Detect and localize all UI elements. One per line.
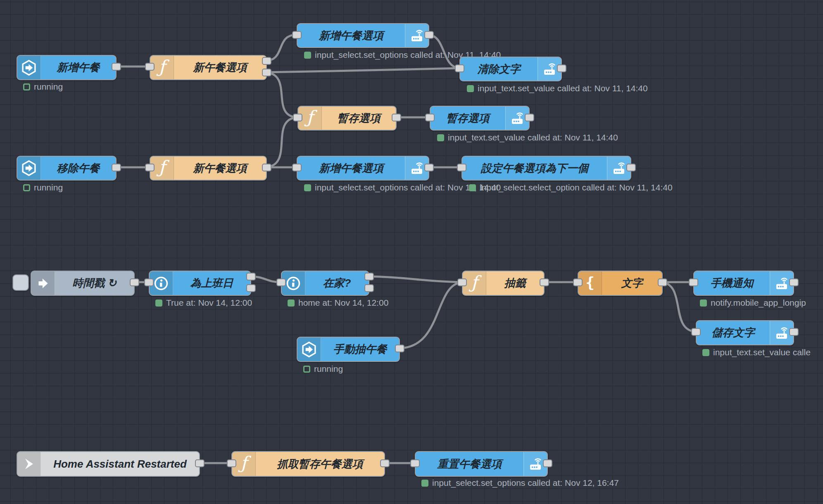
- port-input[interactable]: [691, 328, 701, 336]
- at-home-state[interactable]: 在家?: [281, 271, 369, 296]
- port-output-1[interactable]: [540, 278, 549, 286]
- port-output-2[interactable]: [262, 69, 271, 76]
- node-label: 儲存文字: [697, 321, 770, 345]
- node-label: 文字: [602, 271, 662, 295]
- hex-arrow-icon: [17, 56, 41, 79]
- port-input[interactable]: [276, 278, 286, 286]
- port-input[interactable]: [227, 459, 236, 467]
- port-output-1[interactable]: [364, 273, 374, 281]
- node-label: 新增午餐: [41, 56, 116, 79]
- port-input[interactable]: [293, 114, 302, 121]
- port-output-1[interactable]: [557, 64, 566, 72]
- node-label: 手機通知: [694, 271, 770, 295]
- new-lunch-options-function-1[interactable]: ƒ新午餐選項: [150, 55, 267, 80]
- port-input[interactable]: [144, 278, 154, 286]
- add-lunch-trigger[interactable]: 新增午餐: [17, 55, 117, 80]
- manual-draw-lunch-trigger[interactable]: 手動抽午餐: [297, 337, 400, 362]
- node-label: 為上班日: [173, 271, 250, 295]
- port-output-1[interactable]: [112, 63, 121, 71]
- node-label: 新增午餐選項: [297, 24, 405, 47]
- port-output-1[interactable]: [424, 31, 434, 39]
- node-label: 移除午餐: [41, 157, 116, 180]
- port-input[interactable]: [425, 114, 435, 121]
- hex-arrow-icon: [297, 338, 321, 361]
- node-label: 手動抽午餐: [321, 338, 399, 361]
- port-output-1[interactable]: [789, 328, 799, 336]
- port-output-2[interactable]: [364, 284, 374, 292]
- port-input[interactable]: [573, 278, 583, 286]
- port-output-1[interactable]: [262, 57, 271, 65]
- port-input[interactable]: [689, 278, 698, 286]
- port-output-1[interactable]: [392, 114, 401, 121]
- node-label: Home Assistant Restarted: [41, 452, 199, 476]
- node-label: 新增午餐選項: [297, 157, 405, 180]
- port-output-1[interactable]: [112, 164, 121, 171]
- is-workday-state[interactable]: 為上班日: [149, 271, 251, 296]
- fetch-temp-lunch-options-function[interactable]: ƒ抓取暫存午餐選項: [231, 451, 385, 477]
- node-label: 設定午餐選項為下一個: [462, 157, 607, 180]
- port-output-1[interactable]: [789, 278, 799, 286]
- node-label: 清除文字: [460, 57, 538, 81]
- port-output-1[interactable]: [380, 459, 390, 467]
- port-input[interactable]: [457, 278, 467, 286]
- port-output-1[interactable]: [262, 164, 271, 171]
- port-input[interactable]: [292, 31, 302, 39]
- reset-lunch-options-service[interactable]: 重置午餐選項: [415, 451, 548, 477]
- save-text-service[interactable]: 儲存文字: [696, 320, 794, 345]
- node-label: 抓取暫存午餐選項: [256, 452, 384, 476]
- port-output-1[interactable]: [543, 459, 552, 467]
- clear-text-service[interactable]: 清除文字: [459, 57, 562, 81]
- port-output-1[interactable]: [626, 164, 636, 171]
- timestamp-inject[interactable]: 時間戳 ↻: [31, 271, 135, 296]
- port-output-1[interactable]: [130, 278, 139, 286]
- node-layer: 新增午餐ƒ新午餐選項新增午餐選項清除文字ƒ暫存選項暫存選項移除午餐ƒ新午餐選項新…: [0, 0, 823, 504]
- inject-button[interactable]: [12, 274, 29, 291]
- port-output-1[interactable]: [658, 278, 667, 286]
- new-lunch-options-function-2[interactable]: ƒ新午餐選項: [150, 156, 267, 181]
- port-output-1[interactable]: [395, 345, 404, 352]
- ha-event-icon: [17, 452, 41, 476]
- node-label: 暫存選項: [322, 107, 396, 130]
- port-input[interactable]: [145, 63, 155, 71]
- node-label: 在家?: [305, 271, 369, 295]
- set-next-lunch-option-service[interactable]: 設定午餐選項為下一個: [461, 156, 631, 181]
- add-lunch-options-service-mid[interactable]: 新增午餐選項: [297, 156, 429, 181]
- port-input[interactable]: [292, 164, 302, 171]
- ha-restarted-event[interactable]: Home Assistant Restarted: [17, 451, 200, 477]
- port-input[interactable]: [455, 64, 464, 72]
- port-output-1[interactable]: [195, 459, 205, 467]
- node-label: 時間戳 ↻: [55, 271, 134, 295]
- flow-canvas[interactable]: runninginput_select.set_options called a…: [0, 0, 823, 504]
- text-template[interactable]: {文字: [578, 271, 663, 296]
- node-label: 重置午餐選項: [416, 452, 523, 476]
- node-label: 新午餐選項: [174, 56, 266, 79]
- remove-lunch-trigger[interactable]: 移除午餐: [17, 156, 117, 181]
- draw-lots-function[interactable]: ƒ抽籤: [462, 271, 545, 296]
- port-output-1[interactable]: [246, 273, 256, 281]
- phone-notify-service[interactable]: 手機通知: [693, 271, 794, 296]
- node-label: 新午餐選項: [174, 157, 266, 180]
- inject-arrow-icon: [31, 271, 55, 295]
- node-label: 抽籤: [486, 271, 544, 295]
- port-input[interactable]: [457, 164, 466, 171]
- port-output-1[interactable]: [525, 114, 534, 121]
- port-input[interactable]: [410, 459, 420, 467]
- node-label: 暫存選項: [431, 107, 505, 130]
- port-output-1[interactable]: [424, 164, 434, 171]
- temp-options-service[interactable]: 暫存選項: [430, 106, 530, 131]
- port-output-2[interactable]: [246, 284, 256, 292]
- add-lunch-options-service-top[interactable]: 新增午餐選項: [297, 23, 429, 48]
- port-input[interactable]: [145, 164, 155, 171]
- temp-options-function[interactable]: ƒ暫存選項: [297, 106, 397, 131]
- hex-arrow-icon: [17, 157, 41, 180]
